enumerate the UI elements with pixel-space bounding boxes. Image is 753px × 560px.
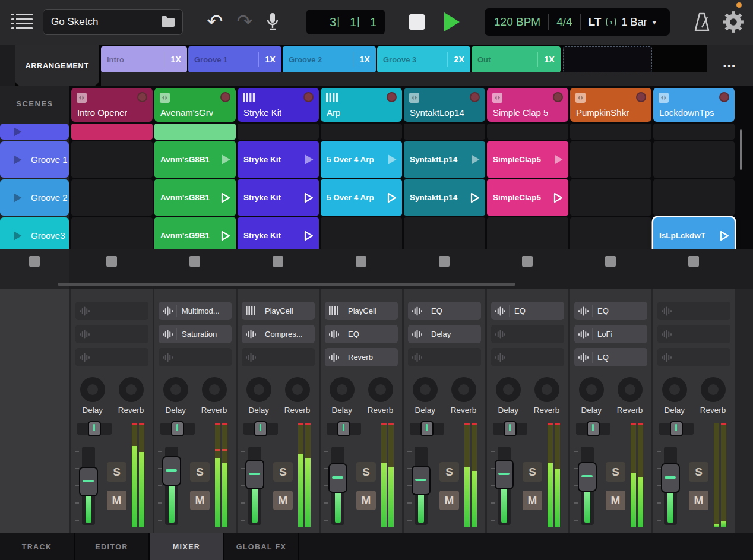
fx-slot-empty[interactable] [491, 348, 564, 366]
fader-cap[interactable] [162, 456, 181, 486]
fx-slot[interactable]: EQ [574, 302, 647, 320]
pan-handle[interactable] [670, 421, 683, 436]
metronome-icon[interactable] [692, 12, 711, 36]
pan-handle[interactable] [254, 421, 267, 436]
scene-button[interactable] [0, 124, 69, 140]
record-dot[interactable] [137, 92, 147, 102]
record-dot[interactable] [719, 92, 729, 102]
pan-handle[interactable] [504, 421, 517, 436]
clip-stop-button[interactable] [356, 256, 366, 267]
scene-button[interactable]: Groove 2 [0, 179, 69, 216]
empty-clip-slot[interactable] [71, 179, 153, 216]
gear-icon[interactable] [722, 10, 745, 36]
fx-slot[interactable]: Multimod... [159, 302, 232, 320]
solo-button[interactable]: S [356, 462, 376, 482]
clip-stop-button[interactable] [605, 256, 616, 267]
solo-button[interactable]: S [190, 462, 210, 482]
pan-slider[interactable] [576, 423, 610, 435]
record-dot[interactable] [303, 92, 314, 102]
arrangement-more-button[interactable]: ••• [707, 45, 753, 86]
pan-handle[interactable] [171, 421, 184, 436]
empty-clip-slot[interactable] [321, 124, 402, 140]
arrangement-empty-slot[interactable] [563, 46, 652, 72]
redo-icon[interactable]: ↷ [233, 10, 257, 33]
fx-slot[interactable]: Delay [408, 325, 481, 343]
mute-button[interactable]: M [107, 491, 126, 510]
clip-cell[interactable]: SimpleClap5 [487, 141, 568, 178]
empty-clip-slot[interactable] [487, 217, 568, 249]
send-knob[interactable] [368, 377, 393, 402]
play-button[interactable] [444, 12, 460, 31]
fx-slot[interactable]: EQ [408, 302, 481, 320]
stop-button[interactable] [409, 14, 425, 30]
track-header[interactable]: LockdownTps [653, 88, 735, 122]
fx-slot-empty[interactable] [491, 325, 564, 343]
solo-button[interactable]: S [107, 462, 126, 482]
solo-button[interactable]: S [606, 462, 625, 482]
fx-slot-empty[interactable] [75, 348, 148, 366]
fx-slot[interactable]: EQ [325, 325, 398, 343]
fx-slot-empty[interactable] [75, 325, 148, 343]
fx-slot-empty[interactable] [75, 302, 148, 320]
track-header[interactable]: Intro Opener [71, 88, 153, 122]
section-repeat-count[interactable]: 2X [454, 55, 464, 64]
mute-button[interactable]: M [273, 491, 293, 510]
send-knob[interactable] [246, 377, 271, 402]
tempo-panel[interactable]: 120 BPM 4/4 LT 1 1 Bar ▾ [485, 8, 670, 36]
section-repeat-count[interactable]: 1X [265, 55, 276, 64]
tab-global-fx[interactable]: GLOBAL FX [224, 533, 299, 560]
send-knob[interactable] [579, 377, 604, 402]
scene-button[interactable]: Groove 1 [0, 141, 69, 178]
send-knob[interactable] [202, 377, 227, 402]
fx-slot-empty[interactable] [657, 302, 730, 320]
fx-slot[interactable]: PlayCell [242, 302, 315, 320]
undo-icon[interactable]: ↶ [203, 10, 227, 33]
clip-cell[interactable] [154, 124, 236, 140]
solo-button[interactable]: S [273, 462, 293, 482]
empty-clip-slot[interactable] [404, 217, 485, 249]
clip-cell[interactable]: SyntaktLp14 [404, 179, 485, 216]
send-knob[interactable] [701, 377, 726, 402]
empty-clip-slot[interactable] [238, 124, 319, 140]
fader-cap[interactable] [328, 463, 347, 493]
clip-stop-button[interactable] [29, 256, 40, 267]
clip-stop-button[interactable] [522, 256, 533, 267]
track-header[interactable]: Arp [321, 88, 402, 122]
fader-cap[interactable] [578, 462, 597, 492]
arrangement-section[interactable]: Groove 11X [188, 46, 281, 72]
empty-clip-slot[interactable] [404, 124, 485, 140]
quantize-value[interactable]: 1 Bar [621, 16, 647, 29]
empty-clip-slot[interactable] [570, 141, 651, 178]
fx-slot[interactable]: PlayCell [325, 302, 398, 320]
track-header[interactable]: SyntaktLop14 [404, 88, 485, 122]
clip-cell[interactable]: Avnm'sG9B1 [154, 217, 236, 249]
send-knob[interactable] [534, 377, 559, 402]
mute-button[interactable]: M [190, 491, 210, 510]
fx-slot[interactable]: EQ [574, 348, 647, 366]
clip-cell[interactable]: SimpleClap5 [487, 179, 568, 216]
section-repeat-count[interactable]: 1X [359, 55, 370, 64]
arrangement-section[interactable]: Intro1X [101, 46, 187, 72]
empty-clip-slot[interactable] [71, 141, 153, 178]
vertical-scrollbar[interactable] [740, 129, 742, 170]
project-selector[interactable]: Go Sketch [43, 9, 183, 35]
fx-slot[interactable]: Reverb [325, 348, 398, 366]
fx-slot[interactable]: EQ [491, 302, 564, 320]
clip-stop-button[interactable] [189, 256, 200, 267]
microphone-icon[interactable] [265, 12, 280, 36]
fader-cap[interactable] [412, 466, 431, 495]
clip-cell[interactable]: Stryke Kit [238, 179, 319, 216]
tab-editor[interactable]: EDITOR [75, 533, 150, 560]
pan-slider[interactable] [659, 423, 694, 435]
pan-slider[interactable] [160, 423, 195, 435]
clip-cell[interactable]: Avnm'sG8B1 [154, 179, 236, 216]
record-dot[interactable] [470, 92, 480, 102]
empty-clip-slot[interactable] [71, 217, 153, 249]
send-knob[interactable] [330, 377, 355, 402]
record-dot[interactable] [636, 92, 646, 102]
fader-cap[interactable] [661, 463, 680, 493]
clip-stop-button[interactable] [439, 256, 450, 267]
arrangement-section[interactable]: Out1X [472, 46, 561, 72]
fx-slot[interactable]: Compres... [242, 325, 315, 343]
send-knob[interactable] [163, 377, 188, 402]
